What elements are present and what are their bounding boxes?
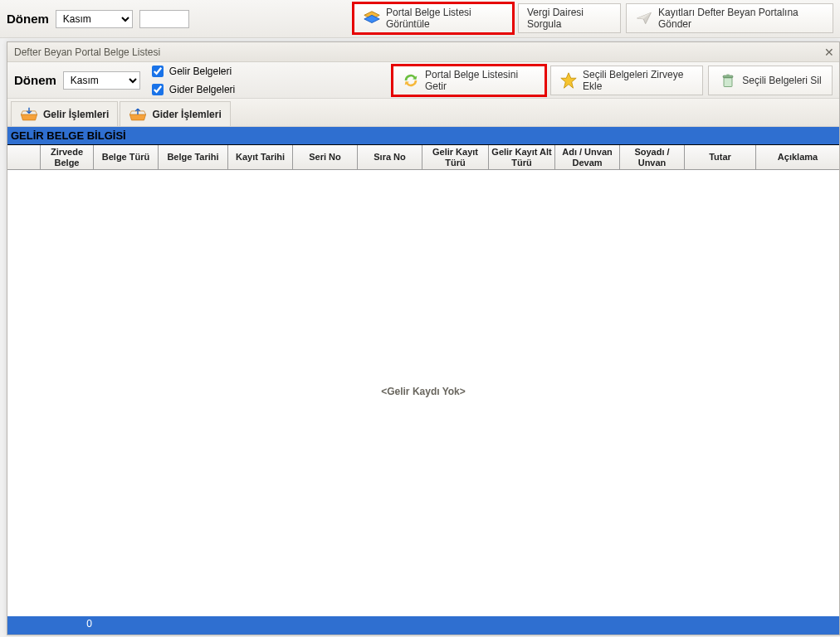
zirve-ekle-label: Seçili Belgeleri Zirveye Ekle: [583, 69, 694, 92]
download-tray-icon: [20, 105, 38, 124]
kayitlari-gonder-label: Kayıtları Defter Beyan Portalına Gönder: [658, 7, 824, 30]
empty-top-input[interactable]: [139, 10, 189, 28]
svg-rect-4: [723, 75, 733, 78]
col-gelir-alt[interactable]: Gelir Kayıt Alt Türü: [489, 145, 555, 169]
portal-goruntule-button[interactable]: Portal Belge Listesi Görüntüle: [354, 3, 513, 33]
col-zirvede[interactable]: Zirvede Belge: [41, 145, 94, 169]
kayitlari-gonder-button[interactable]: Kayıtları Defter Beyan Portalına Gönder: [626, 3, 833, 33]
tab-gider[interactable]: Gider İşlemleri: [120, 101, 230, 126]
vergi-sorgula-label: Vergi Dairesi Sorgula: [527, 7, 612, 30]
status-bar: 0: [7, 616, 839, 635]
tabs-row: Gelir İşlemleri Gider İşlemleri: [7, 99, 839, 127]
svg-marker-2: [561, 73, 576, 88]
zirve-ekle-button[interactable]: Seçili Belgeleri Zirveye Ekle: [550, 66, 703, 95]
window-title: Defter Beyan Portal Belge Listesi: [14, 46, 160, 58]
gider-checkbox[interactable]: [152, 84, 164, 95]
getir-label: Portal Belge Listesini Getir: [425, 69, 536, 92]
window-titlebar: Defter Beyan Portal Belge Listesi ✕: [7, 42, 839, 62]
tab-gelir-label: Gelir İşlemleri: [43, 109, 109, 120]
section-header: GELİR BELGE BİLGİSİ: [7, 127, 839, 145]
getir-button[interactable]: Portal Belge Listesini Getir: [393, 66, 545, 95]
belge-checks: Gelir Belgeleri Gider Belgeleri: [149, 63, 235, 98]
star-icon: [559, 71, 578, 90]
donem-select-top[interactable]: Kasım: [56, 10, 133, 28]
donem-label-top: Dönem: [7, 12, 49, 26]
gider-belgeleri-check[interactable]: Gider Belgeleri: [149, 81, 235, 98]
col-tutar[interactable]: Tutar: [685, 145, 756, 169]
col-aciklama[interactable]: Açıklama: [756, 145, 839, 169]
gelir-belgeleri-check[interactable]: Gelir Belgeleri: [149, 63, 235, 80]
vergi-sorgula-button[interactable]: Vergi Dairesi Sorgula: [518, 3, 621, 33]
close-icon[interactable]: ✕: [824, 46, 834, 59]
sil-button[interactable]: Seçili Belgeleri Sil: [708, 66, 833, 95]
sil-label: Seçili Belgeleri Sil: [742, 75, 821, 86]
col-sira-no[interactable]: Sıra No: [358, 145, 422, 169]
grid-body: <Gelir Kaydı Yok>: [7, 170, 839, 616]
outer-button-group: Portal Belge Listesi Görüntüle Vergi Dai…: [354, 3, 833, 33]
outer-toolbar: Dönem Kasım Portal Belge Listesi Görüntü…: [0, 0, 840, 38]
col-kayit-tarihi[interactable]: Kayıt Tarihi: [228, 145, 293, 169]
gider-check-label: Gider Belgeleri: [169, 84, 235, 95]
no-data-label: <Gelir Kaydı Yok>: [7, 386, 839, 397]
upload-tray-icon: [129, 105, 147, 124]
col-belge-turu[interactable]: Belge Türü: [94, 145, 159, 169]
svg-rect-5: [727, 75, 730, 76]
donem-select-filter[interactable]: Kasım: [63, 71, 140, 90]
gelir-checkbox[interactable]: [152, 66, 164, 77]
col-blank[interactable]: [7, 145, 41, 169]
tab-gider-label: Gider İşlemleri: [152, 109, 221, 120]
donem-label-filter: Dönem: [14, 73, 56, 87]
trash-icon: [719, 71, 737, 90]
svg-rect-3: [724, 78, 732, 87]
grid-header: Zirvede Belge Belge Türü Belge Tarihi Ka…: [7, 145, 839, 170]
col-gelir-kayit[interactable]: Gelir Kayıt Türü: [422, 145, 489, 169]
col-soyadi[interactable]: Soyadı / Unvan: [620, 145, 685, 169]
col-belge-tarihi[interactable]: Belge Tarihi: [159, 145, 228, 169]
gelir-check-label: Gelir Belgeleri: [169, 66, 232, 77]
status-count: 0: [46, 618, 95, 633]
tab-gelir[interactable]: Gelir İşlemleri: [11, 101, 118, 126]
portal-goruntule-label: Portal Belge Listesi Görüntüle: [386, 7, 504, 30]
layers-icon: [363, 9, 381, 27]
col-adi-unvan[interactable]: Adı / Unvan Devam: [555, 145, 620, 169]
belge-listesi-window: Defter Beyan Portal Belge Listesi ✕ Döne…: [7, 41, 840, 635]
paper-plane-icon: [635, 9, 653, 27]
col-seri-no[interactable]: Seri No: [293, 145, 358, 169]
refresh-icon: [402, 71, 420, 90]
filter-button-group: Portal Belge Listesini Getir Seçili Belg…: [393, 66, 833, 95]
filter-bar: Dönem Kasım Gelir Belgeleri Gider Belgel…: [7, 62, 839, 99]
